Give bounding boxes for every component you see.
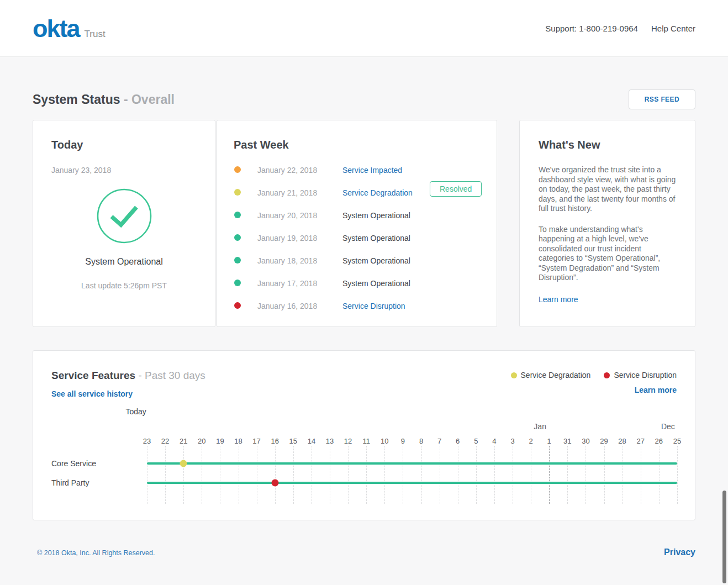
chart-tick-label: 2	[529, 437, 532, 445]
chart-tick-label: 30	[582, 437, 589, 445]
chart-gridline	[421, 446, 422, 504]
privacy-link[interactable]: Privacy	[664, 547, 695, 557]
row-date: January 17, 2018	[257, 279, 317, 288]
row-status-link[interactable]: Service Disruption	[342, 302, 405, 310]
whats-new-paragraph: To make understanding what's happening a…	[539, 225, 678, 283]
chart-tick-label: 28	[618, 437, 626, 445]
status-dot-icon	[234, 189, 241, 196]
service-features-card: Service Features - Past 30 days Service …	[33, 350, 695, 520]
chart-gridline	[147, 446, 147, 504]
row-status-text: System Operational	[342, 256, 410, 265]
status-dot-icon	[234, 257, 241, 263]
page-title: System Status - Overall	[33, 92, 175, 107]
chart-tick-label: 29	[600, 437, 608, 445]
chart-tick-label: 19	[216, 437, 224, 445]
chart-tick-label: 26	[655, 437, 663, 445]
row-status-text: System Operational	[342, 211, 410, 220]
chart-row-label: Core Service	[51, 459, 96, 468]
chart-tick-label: 17	[252, 437, 260, 445]
chart-tick-label: 3	[510, 437, 514, 445]
row-status-link[interactable]: Service Impacted	[342, 166, 402, 175]
chart-today-label: Today	[125, 407, 146, 416]
row-status-link[interactable]: Service Degradation	[342, 188, 413, 197]
status-dot-icon	[234, 280, 241, 286]
support-phone: Support: 1-800-219-0964	[545, 24, 638, 33]
past-week-title: Past Week	[234, 139, 289, 151]
chart-gridline	[403, 446, 403, 504]
row-date: January 18, 2018	[257, 256, 317, 265]
past-week-row: January 18, 2018 System Operational	[217, 249, 497, 272]
rss-feed-button[interactable]: RSS FEED	[629, 89, 695, 109]
chart-tick-label: 31	[563, 437, 571, 445]
today-date: January 23, 2018	[51, 166, 111, 175]
past-week-row: January 21, 2018 Service Degradation Res…	[217, 181, 497, 204]
chart-gridline	[659, 446, 660, 504]
past-week-row: January 16, 2018 Service Disruption	[217, 294, 497, 317]
chart-tick-label: 12	[344, 437, 352, 445]
chart-tick-label: 10	[381, 437, 388, 445]
past-week-card: Past Week January 22, 2018 Service Impac…	[217, 120, 497, 327]
past-week-row: January 22, 2018 Service Impacted	[217, 159, 497, 181]
status-dot-icon	[234, 212, 241, 218]
chart-gridline	[312, 446, 312, 504]
chart-tick-label: 9	[401, 437, 405, 445]
status-dot-icon	[234, 234, 241, 241]
chart-gridline	[458, 446, 458, 504]
chart-row-label: Third Party	[51, 478, 89, 487]
help-center-link[interactable]: Help Center	[651, 24, 695, 33]
chart-gridline	[476, 446, 477, 504]
chart-gridline	[239, 446, 239, 504]
scrollbar-thumb[interactable]	[722, 491, 726, 583]
past-week-row: January 19, 2018 System Operational	[217, 226, 497, 249]
chart-gridline	[440, 446, 440, 504]
row-date: January 16, 2018	[257, 302, 317, 310]
chart-tick-label: 20	[198, 437, 205, 445]
chart-tick-label: 14	[308, 437, 315, 445]
footer: © 2018 Okta, Inc. All Rights Reserved. P…	[33, 520, 695, 557]
copyright-text: © 2018 Okta, Inc. All Rights Reserved.	[33, 549, 155, 557]
chart-gridline	[220, 446, 220, 504]
chart-gridline	[549, 446, 550, 504]
chart-tick-label: 11	[362, 437, 370, 445]
past-week-list: January 22, 2018 Service Impacted Januar…	[217, 159, 497, 317]
chart-gridline	[366, 446, 367, 504]
row-date: January 21, 2018	[257, 188, 317, 197]
incident-dot[interactable]	[271, 479, 278, 487]
chart-gridline	[531, 446, 531, 504]
chart-tick-label: 25	[673, 437, 681, 445]
chart-gridline	[567, 446, 568, 504]
chart-tick-label: 21	[180, 437, 187, 445]
chart-gridline	[623, 446, 623, 504]
checkmark-circle-icon	[33, 188, 215, 246]
chart-gridline	[330, 446, 330, 504]
chart-month-label: Dec	[661, 422, 675, 431]
logo-group: okta Trust	[33, 16, 105, 41]
chart-tick-label: 18	[234, 437, 242, 445]
okta-logo[interactable]: okta	[33, 16, 80, 41]
incident-dot[interactable]	[180, 460, 187, 467]
past-week-row: January 17, 2018 System Operational	[217, 272, 497, 294]
whats-new-body: We've organized the trust site into a da…	[539, 165, 678, 283]
chart-tick-label: 6	[456, 437, 460, 445]
chart-gridline	[585, 446, 586, 504]
page-title-suffix: - Overall	[124, 92, 175, 107]
row-date: January 22, 2018	[257, 166, 317, 175]
resolved-badge: Resolved	[430, 181, 482, 197]
status-dot-icon	[234, 302, 241, 309]
past-week-row: January 20, 2018 System Operational	[217, 204, 497, 226]
whats-new-learn-more-link[interactable]: Learn more	[539, 295, 578, 304]
chart-tick-label: 5	[474, 437, 478, 445]
row-status-text: System Operational	[342, 234, 410, 243]
chart-tick-label: 7	[437, 437, 441, 445]
chart-tick-label: 15	[289, 437, 297, 445]
chart-gridline	[604, 446, 605, 504]
chart-gridline	[202, 446, 202, 504]
chart-tick-label: 13	[326, 437, 334, 445]
chart-tick-label: 23	[143, 437, 151, 445]
row-date: January 19, 2018	[257, 234, 317, 243]
chart-tick-label: 16	[271, 437, 278, 445]
logo-trust-label: Trust	[85, 29, 105, 40]
whats-new-paragraph: We've organized the trust site into a da…	[539, 165, 678, 214]
header: okta Trust Support: 1-800-219-0964 Help …	[0, 0, 728, 57]
chart-gridline	[513, 446, 513, 504]
